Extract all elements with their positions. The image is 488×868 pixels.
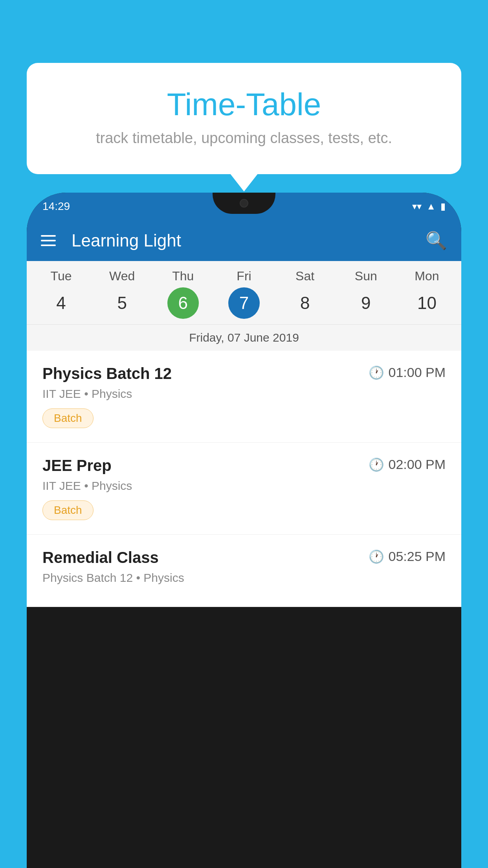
day-col-6[interactable]: Thu6 — [156, 269, 211, 323]
search-button[interactable]: 🔍 — [426, 230, 447, 251]
camera-dot — [240, 199, 248, 208]
class-meta: IIT JEE • Physics — [42, 479, 446, 493]
day-name: Fri — [237, 269, 251, 283]
selected-date-label: Friday, 07 June 2019 — [27, 324, 461, 351]
class-time: 🕐 02:00 PM — [369, 457, 446, 472]
app-title: Learning Light — [68, 231, 414, 250]
clock-icon: 🕐 — [369, 549, 384, 564]
day-number: 7 — [228, 287, 260, 319]
clock-icon: 🕐 — [369, 457, 384, 472]
class-list: Physics Batch 12🕐 01:00 PMIIT JEE • Phys… — [27, 351, 461, 607]
status-icons: ▾▾ ▲ ▮ — [412, 201, 446, 212]
day-number: 10 — [411, 287, 442, 319]
batch-tag: Batch — [42, 408, 94, 428]
battery-icon: ▮ — [440, 201, 446, 212]
day-name: Thu — [172, 269, 194, 283]
day-number: 9 — [350, 287, 382, 319]
status-bar: 14:29 ▾▾ ▲ ▮ — [27, 193, 461, 220]
hamburger-menu-button[interactable] — [41, 235, 56, 246]
day-name: Mon — [415, 269, 439, 283]
class-name: JEE Prep — [42, 457, 112, 474]
day-number: 4 — [46, 287, 77, 319]
class-name: Physics Batch 12 — [42, 365, 172, 383]
app-bar: Learning Light 🔍 — [27, 220, 461, 261]
tooltip-title: Time-Table — [50, 86, 438, 123]
day-number: 6 — [167, 287, 199, 319]
day-col-8[interactable]: Sat8 — [277, 269, 332, 323]
status-time: 14:29 — [42, 200, 70, 213]
tooltip-card: Time-Table track timetable, upcoming cla… — [27, 63, 461, 174]
day-col-7[interactable]: Fri7 — [216, 269, 272, 323]
day-name: Sun — [355, 269, 377, 283]
signal-icon: ▲ — [426, 201, 436, 212]
days-row: Tue4Wed5Thu6Fri7Sat8Sun9Mon10 — [27, 269, 461, 323]
phone-frame: 14:29 ▾▾ ▲ ▮ Learning Light 🔍 Tue4Wed5Th… — [27, 193, 461, 868]
day-number: 5 — [106, 287, 138, 319]
class-list-item[interactable]: Physics Batch 12🕐 01:00 PMIIT JEE • Phys… — [27, 351, 461, 443]
clock-icon: 🕐 — [369, 365, 384, 380]
day-col-9[interactable]: Sun9 — [338, 269, 393, 323]
day-col-5[interactable]: Wed5 — [95, 269, 150, 323]
day-col-10[interactable]: Mon10 — [399, 269, 454, 323]
class-list-item[interactable]: Remedial Class🕐 05:25 PMPhysics Batch 12… — [27, 535, 461, 607]
class-meta: Physics Batch 12 • Physics — [42, 571, 446, 585]
calendar-strip: Tue4Wed5Thu6Fri7Sat8Sun9Mon10 Friday, 07… — [27, 261, 461, 351]
class-list-item[interactable]: JEE Prep🕐 02:00 PMIIT JEE • PhysicsBatch — [27, 443, 461, 535]
day-name: Sat — [295, 269, 314, 283]
batch-tag: Batch — [42, 500, 94, 520]
day-number: 8 — [289, 287, 321, 319]
notch — [213, 193, 275, 214]
class-time: 🕐 05:25 PM — [369, 549, 446, 564]
wifi-icon: ▾▾ — [412, 201, 422, 212]
class-time: 🕐 01:00 PM — [369, 365, 446, 380]
tooltip-subtitle: track timetable, upcoming classes, tests… — [50, 130, 438, 147]
class-meta: IIT JEE • Physics — [42, 387, 446, 401]
day-col-4[interactable]: Tue4 — [34, 269, 89, 323]
day-name: Tue — [51, 269, 72, 283]
class-name: Remedial Class — [42, 549, 159, 566]
day-name: Wed — [109, 269, 135, 283]
